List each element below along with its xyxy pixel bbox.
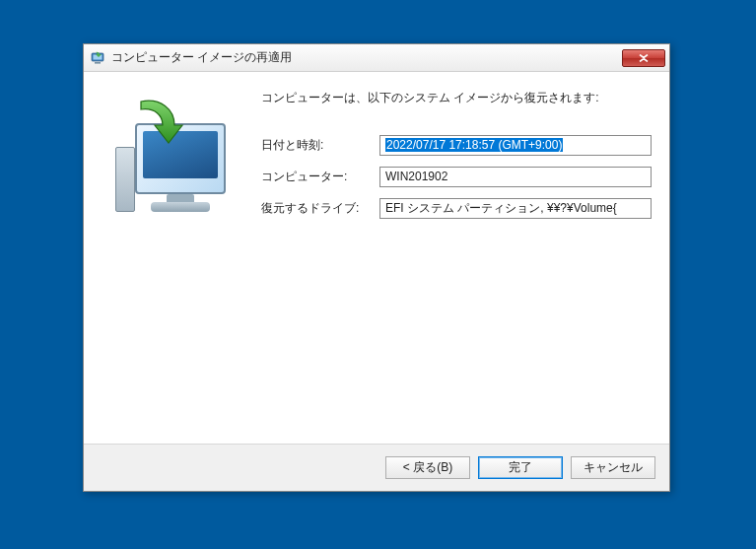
field-computer: コンピューター: WIN201902 [261, 166, 652, 187]
drives-field[interactable]: EFI システム パーティション, ¥¥?¥Volume{ [379, 198, 652, 219]
drives-value: EFI システム パーティション, ¥¥?¥Volume{ [385, 201, 617, 215]
reimage-dialog: コンピューター イメージの再適用 [83, 43, 670, 492]
close-button[interactable] [622, 49, 665, 67]
app-icon [90, 50, 105, 66]
back-button[interactable]: < 戻る(B) [385, 456, 470, 479]
datetime-value: 2022/07/17 17:18:57 (GMT+9:00) [385, 138, 563, 152]
illustration-pane [84, 72, 251, 444]
datetime-field[interactable]: 2022/07/17 17:18:57 (GMT+9:00) [379, 135, 652, 156]
close-icon [639, 54, 649, 62]
button-bar: < 戻る(B) 完了 キャンセル [84, 444, 669, 491]
main-area: コンピューターは、以下のシステム イメージから復元されます: 日付と時刻: 20… [84, 72, 669, 444]
datetime-label: 日付と時刻: [261, 137, 379, 154]
dialog-title: コンピューター イメージの再適用 [111, 49, 622, 66]
info-pane: コンピューターは、以下のシステム イメージから復元されます: 日付と時刻: 20… [251, 72, 669, 444]
titlebar: コンピューター イメージの再適用 [84, 44, 669, 72]
computer-label: コンピューター: [261, 169, 379, 185]
svg-rect-2 [95, 62, 101, 64]
computer-value: WIN201902 [385, 170, 447, 183]
computer-field[interactable]: WIN201902 [379, 167, 652, 187]
cancel-button[interactable]: キャンセル [571, 456, 655, 479]
drives-label: 復元するドライブ: [261, 200, 379, 217]
intro-text: コンピューターは、以下のシステム イメージから復元されます: [261, 90, 652, 106]
restore-arrow-icon [127, 94, 186, 153]
field-drives: 復元するドライブ: EFI システム パーティション, ¥¥?¥Volume{ [261, 197, 652, 219]
field-datetime: 日付と時刻: 2022/07/17 17:18:57 (GMT+9:00) [261, 134, 652, 156]
dialog-content: コンピューターは、以下のシステム イメージから復元されます: 日付と時刻: 20… [84, 72, 669, 491]
finish-button[interactable]: 完了 [478, 456, 563, 479]
computer-restore-illustration [102, 90, 240, 238]
